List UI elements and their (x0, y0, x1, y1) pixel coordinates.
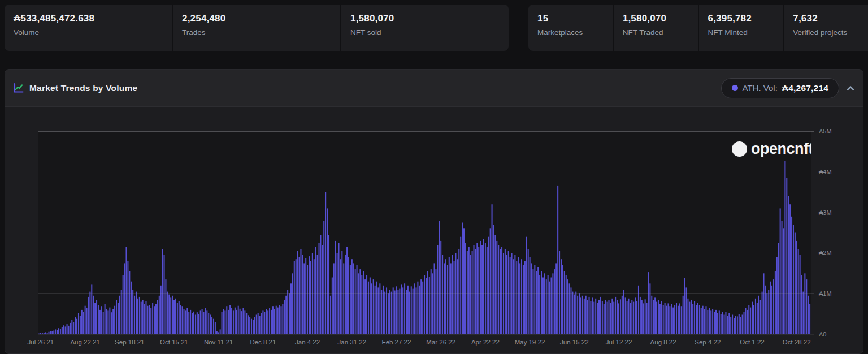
stat-label: NFT Minted (708, 28, 774, 37)
y-axis-tick-label: ₳0 (819, 330, 826, 338)
stat-card-trades: 2,254,480 Trades (173, 5, 340, 51)
stat-value: 2,254,480 (182, 13, 331, 24)
stat-card-nft-minted: 6,395,782 NFT Minted (699, 5, 783, 51)
stat-card-nft-sold: 1,580,070 NFT sold (341, 5, 509, 51)
stat-value: 1,580,070 (623, 13, 689, 24)
volume-bar-chart[interactable]: opencnft (38, 131, 811, 334)
chart-body: opencnft ₳5M₳4M₳3M₳2M₳1M₳0Jul 26 21Aug 2… (5, 107, 863, 354)
stat-label: Volume (14, 28, 163, 37)
panel-header-right: ATH. Vol: ₳4,267,214 (721, 78, 855, 98)
x-axis-tick-label: Jul 26 21 (28, 339, 54, 346)
collapse-panel-button[interactable] (846, 84, 855, 92)
gridline (38, 334, 814, 335)
x-axis-tick-label: Jul 12 22 (606, 339, 632, 346)
stats-group-left: ₳533,485,472.638 Volume 2,254,480 Trades… (5, 5, 509, 51)
stat-value: 7,632 (793, 13, 859, 24)
x-axis-tick-label: Apr 22 22 (471, 339, 500, 346)
stat-value: ₳533,485,472.638 (14, 13, 163, 24)
stat-label: NFT Traded (623, 28, 689, 37)
stat-value: 15 (537, 13, 604, 24)
ath-label: ATH. Vol: (743, 83, 778, 93)
chevron-up-icon (846, 84, 855, 92)
x-axis-tick-label: Oct 1 22 (740, 339, 764, 346)
panel-title-wrap: Market Trends by Volume (13, 83, 137, 94)
x-axis-tick-label: Aug 8 22 (650, 339, 676, 346)
stat-card-nft-traded: 1,580,070 NFT Traded (614, 5, 698, 51)
y-axis-tick-label: ₳2M (819, 249, 832, 257)
ath-value: ₳4,267,214 (782, 83, 828, 93)
y-axis-tick-label: ₳3M (819, 209, 832, 217)
trend-chart-icon (13, 83, 24, 94)
stat-label: Trades (182, 28, 331, 37)
volume-bars-svg (38, 131, 811, 334)
panel-title: Market Trends by Volume (29, 83, 137, 93)
x-axis-tick-label: Nov 11 21 (204, 339, 233, 346)
x-axis-tick-label: Feb 27 22 (382, 339, 411, 346)
x-axis-tick-label: Jan 31 22 (338, 339, 367, 346)
stat-value: 6,395,782 (708, 13, 774, 24)
x-axis-tick-label: Jan 4 22 (295, 339, 320, 346)
x-axis-tick-label: Jun 15 22 (560, 339, 589, 346)
stat-card-volume: ₳533,485,472.638 Volume (5, 5, 172, 51)
stat-card-marketplaces: 15 Marketplaces (528, 5, 613, 51)
ath-volume-badge[interactable]: ATH. Vol: ₳4,267,214 (721, 78, 839, 98)
x-axis-tick-label: May 19 22 (515, 339, 545, 346)
x-axis-tick-label: Sep 4 22 (695, 339, 721, 346)
x-axis-tick-label: Dec 8 21 (250, 339, 276, 346)
stat-label: Verified projects (793, 28, 859, 37)
y-axis-tick-label: ₳4M (819, 168, 832, 176)
x-axis-tick-label: Oct 15 21 (160, 339, 188, 346)
stats-group-right: 15 Marketplaces 1,580,070 NFT Traded 6,3… (528, 5, 868, 51)
stat-label: Marketplaces (537, 28, 604, 37)
dashboard-page: ₳533,485,472.638 Volume 2,254,480 Trades… (0, 0, 868, 354)
market-trends-panel: Market Trends by Volume ATH. Vol: ₳4,267… (5, 69, 863, 354)
y-axis-tick-label: ₳5M (819, 127, 832, 135)
stat-value: 1,580,070 (350, 13, 500, 24)
x-axis-tick-label: Oct 28 22 (783, 339, 811, 346)
legend-dot-icon (732, 85, 738, 91)
x-axis-tick-label: Mar 26 22 (426, 339, 455, 346)
stat-label: NFT sold (350, 28, 500, 37)
stat-card-verified-projects: 7,632 Verified projects (784, 5, 868, 51)
x-axis-tick-label: Aug 22 21 (70, 339, 99, 346)
x-axis-tick-label: Sep 18 21 (115, 339, 144, 346)
y-axis-tick-label: ₳1M (819, 290, 832, 297)
panel-header: Market Trends by Volume ATH. Vol: ₳4,267… (5, 70, 863, 107)
